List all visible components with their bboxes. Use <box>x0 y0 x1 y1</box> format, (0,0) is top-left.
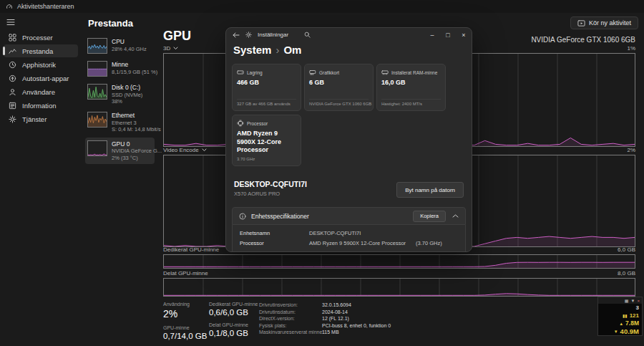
chart-type-selector[interactable]: Video Encode <box>163 147 207 153</box>
up-arrow-icon: ▲ <box>619 322 623 326</box>
ram-icon <box>381 69 389 76</box>
perf-item-cpu[interactable]: CPU 28% 4,40 GHz <box>85 35 155 57</box>
chevron-down-icon <box>173 47 178 50</box>
memory-mini-chart <box>87 61 107 77</box>
perf-item-name: Ethernet <box>112 112 161 120</box>
card-value: AMD Ryzen 9 5900X 12-Core Processor <box>237 130 296 155</box>
details-icon <box>9 102 16 110</box>
overlay-row: 3 <box>598 304 642 312</box>
perf-item-name: CPU <box>112 38 147 46</box>
spec-label: Enhetsnamn <box>240 230 309 236</box>
stat-label: GPU-minne <box>163 325 206 331</box>
card-value: 16,0 GB <box>381 79 441 87</box>
card-label: Grafikkort <box>319 70 339 75</box>
window-titlebar: Aktivitetshanteraren <box>0 0 644 13</box>
overlay-value: 40.9M <box>620 327 639 335</box>
rename-pc-button[interactable]: Byt namn på datorn <box>396 182 464 198</box>
chevron-up-icon[interactable] <box>452 214 459 218</box>
chart-label: Dedikerat GPU-minne <box>163 246 219 253</box>
perf-item-memory[interactable]: Minne 8,1/15,9 GB (51 %) <box>85 58 155 80</box>
sidebar-item-processes[interactable]: Processer <box>4 31 78 44</box>
gpu-stats-column-2: Dedikerat GPU-minne 0,6/6,0 GB Delat GPU… <box>209 301 259 342</box>
breadcrumb: System › Om <box>233 44 301 56</box>
grid-icon[interactable]: ▦ <box>625 299 629 303</box>
card-label: Installerat RAM-minne <box>391 70 437 75</box>
overlay-header: ▦ ▼ × <box>598 297 642 304</box>
chart-scale-label: 8,0 GB <box>618 270 635 277</box>
copy-button[interactable]: Kopiera <box>413 211 446 222</box>
spec-value-extra: (3.70 GHz) <box>416 240 442 246</box>
perf-item-name: Minne <box>112 61 157 69</box>
stat-label: Dedikerat GPU-minne <box>209 301 259 307</box>
breadcrumb-current: Om <box>283 44 301 56</box>
gpu-icon <box>309 69 316 76</box>
perf-item-disk[interactable]: Disk 0 (C:) SSD (NVMe) 38% <box>85 81 155 107</box>
sidebar-item-services[interactable]: Tjänster <box>4 112 78 125</box>
services-icon <box>9 115 16 123</box>
gpu-panel-title: GPU <box>163 29 191 44</box>
close-button[interactable]: × <box>456 28 472 42</box>
minimize-button[interactable]: – <box>424 28 440 42</box>
device-name-section: DESKTOP-CQFUTI7I X570 AORUS PRO <box>234 180 307 197</box>
sidebar-item-details[interactable]: Information <box>4 99 78 112</box>
cpu-mini-chart <box>87 38 107 54</box>
sidebar-item-startup-apps[interactable]: Autostart-appar <box>4 72 78 85</box>
task-manager-window: Aktivitetshanteraren Kör ny aktivitet Pr… <box>0 0 644 346</box>
chart-scale-label: 6,0 GB <box>618 246 635 253</box>
spec-value: 16,0 GB <box>309 250 329 253</box>
stat-label: Delat GPU-minne <box>209 322 259 328</box>
users-icon <box>9 88 16 96</box>
spec-row: Processor AMD Ryzen 9 5900X 12-Core Proc… <box>233 238 465 248</box>
maximize-button[interactable]: □ <box>440 28 456 42</box>
info-value: PCI-buss 8, enhet 0, funktion 0 <box>322 322 391 330</box>
sidebar-item-label: Tjänster <box>22 115 47 123</box>
overlay-value: 7.8M <box>625 319 639 327</box>
breadcrumb-separator: › <box>275 44 279 56</box>
gpu-stats-column-1: Användning 2% GPU-minne 0,7/14,0 GB Temp… <box>163 301 206 346</box>
window-title: Aktivitetshanteraren <box>17 3 74 10</box>
processor-card: Processor AMD Ryzen 9 5900X 12-Core Proc… <box>232 115 301 166</box>
gpu-info-block: Drivrutinsversion:32.0.15.6094 Drivrutin… <box>259 302 391 336</box>
perf-item-ethernet[interactable]: Ethernet Ethernet 3 S: 0,4 M: 14,8 Mbit/… <box>85 109 155 135</box>
stat-value: 0,7/14,0 GB <box>163 332 206 340</box>
close-icon[interactable]: × <box>637 299 640 303</box>
sidebar-item-performance[interactable]: Prestanda <box>4 44 78 57</box>
card-value: 466 GB <box>237 79 296 87</box>
perf-item-detail: S: 0,4 M: 14,8 Mbit/s <box>112 126 161 133</box>
gpu-mini-chart <box>87 140 107 156</box>
processes-icon <box>9 34 16 42</box>
spec-value: DESKTOP-CQFUTI7I <box>309 230 361 236</box>
menu-toggle-button[interactable] <box>6 19 15 26</box>
card-value: 6 GB <box>309 79 369 87</box>
search-icon[interactable] <box>304 32 311 38</box>
spec-value: AMD Ryzen 9 5900X 12-Core Processor <box>309 240 406 246</box>
chart-type-selector[interactable]: 3D <box>163 45 178 52</box>
expander-title: Enhetsspecifikationer <box>251 213 309 220</box>
perf-item-detail: NVIDIA GeForce G... <box>112 148 162 154</box>
storage-icon <box>237 69 244 76</box>
chart-label: Delat GPU-minne <box>163 270 208 277</box>
chart-scale-label: 1% <box>627 45 635 52</box>
info-label: Drivrutinsdatum: <box>259 309 322 316</box>
collapse-icon[interactable]: ▼ <box>631 299 635 303</box>
device-board: X570 AORUS PRO <box>234 191 307 197</box>
card-label: Processor <box>247 121 268 126</box>
spec-label: Processor <box>240 240 309 246</box>
sidebar-item-app-history[interactable]: Apphistorik <box>4 58 78 71</box>
ram-card: Installerat RAM-minne 16,0 GB Hastighet:… <box>376 64 446 111</box>
card-footer: NVIDIA GeForce GTX 1060 6GB <box>309 99 369 106</box>
settings-app-title: Inställningar <box>258 32 288 38</box>
run-task-icon <box>577 19 585 27</box>
sidebar-item-label: Apphistorik <box>22 61 56 69</box>
run-new-task-button[interactable]: Kör ny aktivitet <box>570 16 638 29</box>
chart-dedicated-gpu-memory <box>163 254 635 269</box>
breadcrumb-parent[interactable]: System <box>233 44 271 56</box>
perf-item-gpu[interactable]: GPU 0 NVIDIA GeForce G... 2% (33 °C) <box>85 138 155 164</box>
sidebar-item-users[interactable]: Användare <box>4 85 78 98</box>
settings-window-controls: – □ × <box>424 28 472 42</box>
bars-icon: ▮▮ <box>623 314 628 318</box>
perf-item-detail: 2% (33 °C) <box>112 155 162 161</box>
device-specs-expander[interactable]: Enhetsspecifikationer Kopiera <box>232 207 466 225</box>
back-arrow-icon[interactable] <box>233 32 240 38</box>
about-cards-row: Lagring 466 GB 327 GB av 466 GB används … <box>232 64 446 111</box>
